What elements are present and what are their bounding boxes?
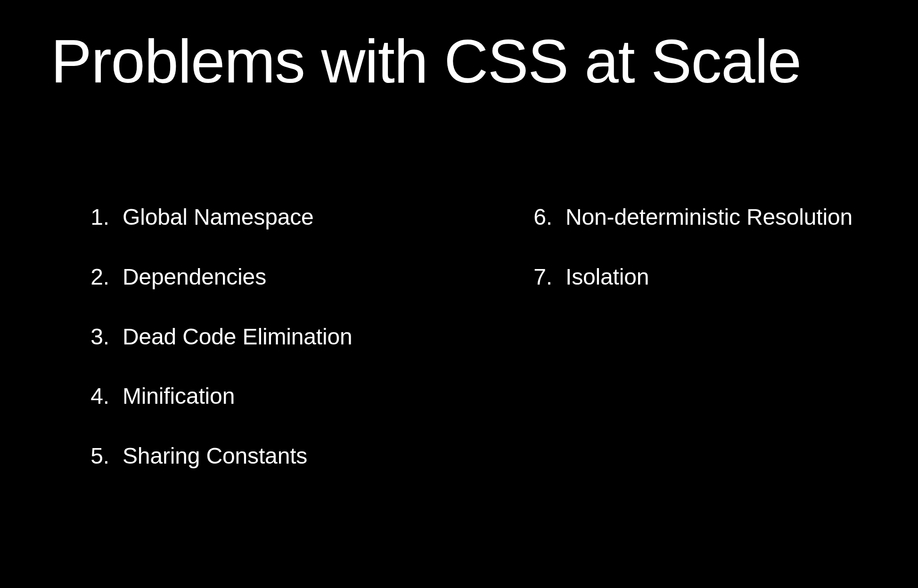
list-item: 5. Sharing Constants [77, 444, 501, 469]
slide: Problems with CSS at Scale 1. Global Nam… [0, 0, 918, 588]
list-number: 3. [77, 325, 109, 350]
list-item: 1. Global Namespace [77, 205, 501, 230]
list-number: 1. [77, 205, 109, 230]
slide-title: Problems with CSS at Scale [51, 26, 867, 97]
list-text: Minification [123, 384, 501, 409]
list-text: Global Namespace [123, 205, 501, 230]
list-number: 7. [520, 265, 552, 290]
list-number: 4. [77, 384, 109, 409]
list-text: Sharing Constants [123, 444, 501, 469]
list-item: 3. Dead Code Elimination [77, 325, 501, 350]
right-column: 6. Non-deterministic Resolution 7. Isola… [520, 205, 888, 504]
list-text: Dependencies [123, 265, 501, 290]
left-column: 1. Global Namespace 2. Dependencies 3. D… [77, 205, 501, 504]
list-item: 2. Dependencies [77, 265, 501, 290]
list-text: Non-deterministic Resolution [566, 205, 888, 230]
list-item: 6. Non-deterministic Resolution [520, 205, 888, 230]
list-text: Isolation [566, 265, 888, 290]
list-text: Dead Code Elimination [123, 325, 501, 350]
list-number: 6. [520, 205, 552, 230]
list-number: 5. [77, 444, 109, 469]
list-number: 2. [77, 265, 109, 290]
list-item: 7. Isolation [520, 265, 888, 290]
content-columns: 1. Global Namespace 2. Dependencies 3. D… [51, 205, 867, 504]
list-item: 4. Minification [77, 384, 501, 409]
